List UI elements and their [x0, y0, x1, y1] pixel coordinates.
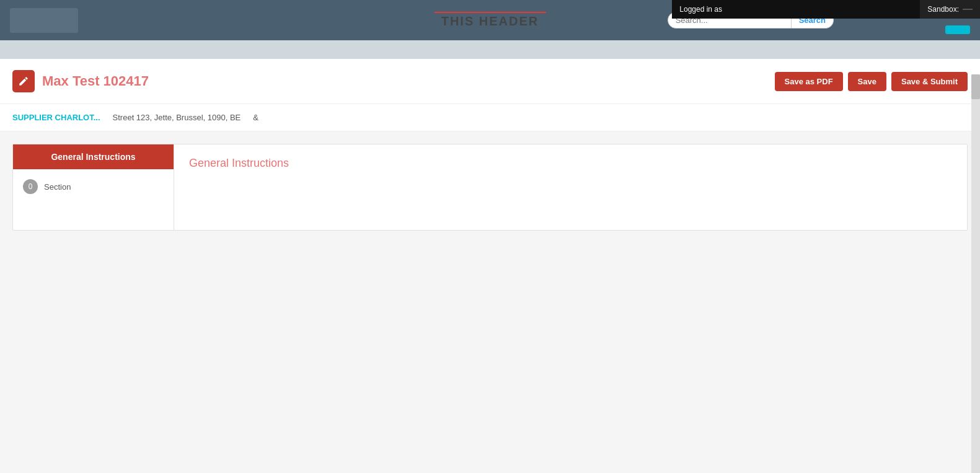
header-top-right: Logged in as Sandbox:: [672, 0, 980, 19]
right-col: General Instructions: [174, 144, 967, 230]
supplier-name: SUPPLIER CHARLOT...: [12, 113, 100, 122]
left-col: General Instructions 0 Section: [13, 144, 174, 230]
scrollbar-track[interactable]: [971, 74, 980, 473]
scrollbar-thumb[interactable]: [971, 74, 980, 99]
header-red-line: [435, 12, 546, 13]
edit-icon-button[interactable]: [12, 70, 35, 92]
main-panel-title: General Instructions: [189, 157, 289, 169]
logged-in-bar: Logged in as: [672, 0, 920, 19]
sandbox-bar: Sandbox:: [920, 0, 980, 19]
main-content: Max Test 102417 Save as PDF Save Save & …: [0, 59, 980, 473]
save-and-submit-button[interactable]: Save & Submit: [891, 72, 968, 91]
supplier-address: Street 123, Jette, Brussel, 1090, BE: [113, 113, 241, 122]
general-instructions-nav-item[interactable]: General Instructions: [13, 144, 174, 169]
section-nav-item[interactable]: 0 Section: [13, 169, 174, 204]
sandbox-label: Sandbox:: [927, 5, 959, 14]
logged-in-label: Logged in as: [679, 5, 722, 14]
supplier-ampersand: &: [253, 113, 258, 122]
sub-header: [0, 40, 980, 59]
section-label: Section: [44, 182, 71, 192]
logo: [10, 8, 78, 33]
doc-title: Max Test 102417: [42, 73, 149, 89]
save-button[interactable]: Save: [848, 72, 886, 91]
general-instructions-label: General Instructions: [51, 152, 135, 162]
header-title: THIS HEADER: [441, 14, 539, 29]
header-title-area: THIS HEADER: [435, 12, 546, 29]
doc-title-buttons: Save as PDF Save Save & Submit: [775, 72, 968, 91]
header: THIS HEADER Search Logged in as Sandbox:: [0, 0, 980, 40]
pencil-icon: [18, 76, 29, 87]
two-col-panel: General Instructions 0 Section General I…: [12, 144, 968, 231]
save-as-pdf-button[interactable]: Save as PDF: [775, 72, 843, 91]
doc-title-row: Max Test 102417 Save as PDF Save Save & …: [0, 59, 980, 104]
section-number: 0: [29, 182, 33, 191]
section-circle: 0: [23, 179, 38, 194]
doc-title-left: Max Test 102417: [12, 70, 149, 92]
header-action-button[interactable]: [945, 25, 970, 34]
supplier-row: SUPPLIER CHARLOT... Street 123, Jette, B…: [0, 104, 980, 131]
sandbox-value: [963, 9, 973, 10]
